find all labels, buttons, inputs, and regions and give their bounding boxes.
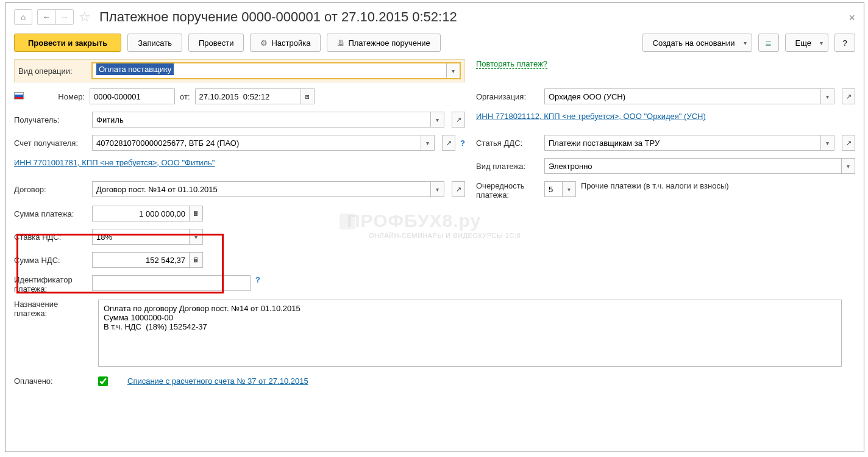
chevron-down-icon[interactable]: ▾	[431, 112, 444, 128]
top-bar: ⌂ ← → ☆ Платежное поручение 0000-000001 …	[14, 9, 855, 25]
back-button[interactable]: ←	[37, 9, 55, 25]
open-icon[interactable]: ↗	[842, 88, 855, 104]
bank-details-link[interactable]: ИНН 7701001781, КПП <не требуется>, ООО …	[14, 158, 215, 167]
operation-type-label: Вид операции:	[18, 67, 87, 76]
recipient-field[interactable]	[92, 112, 431, 128]
vat-sum-field[interactable]	[92, 252, 190, 268]
organization-label: Организация:	[476, 92, 539, 101]
more-button[interactable]: Еще	[785, 34, 828, 52]
open-icon[interactable]: ↗	[452, 112, 465, 128]
payment-id-field[interactable]	[92, 275, 251, 291]
favorite-star-icon[interactable]: ☆	[79, 9, 91, 25]
print-button[interactable]: Платежное поручение	[327, 34, 440, 52]
recipient-details-link[interactable]: ИНН 7718021112, КПП <не требуется>, ООО …	[476, 112, 706, 121]
report-button[interactable]	[758, 34, 779, 52]
priority-field[interactable]	[544, 181, 563, 197]
calculator-icon[interactable]: 🖩	[190, 206, 203, 221]
help-button[interactable]: ?	[834, 34, 855, 52]
chevron-down-icon[interactable]: ▾	[842, 158, 855, 174]
payment-id-label: Идентификатор платежа:	[14, 275, 87, 293]
calculator-icon[interactable]: 🖩	[190, 252, 203, 268]
open-icon[interactable]: ↗	[452, 181, 465, 197]
settings-button[interactable]: Настройка	[250, 34, 321, 52]
number-label: Номер:	[31, 92, 85, 101]
command-toolbar: Провести и закрыть Записать Провести Нас…	[14, 34, 855, 52]
print-icon	[337, 38, 344, 48]
chevron-down-icon[interactable]: ▾	[446, 63, 460, 78]
purpose-label: Назначение платежа:	[14, 300, 87, 318]
chevron-down-icon[interactable]: ▾	[421, 135, 435, 151]
contract-field[interactable]	[92, 181, 431, 197]
settings-label: Настройка	[271, 38, 310, 48]
organization-field[interactable]	[544, 88, 821, 104]
dds-label: Статья ДДС:	[476, 139, 539, 148]
purpose-field[interactable]	[98, 300, 842, 367]
flag-icon	[14, 92, 24, 99]
open-icon[interactable]: ↗	[842, 135, 855, 151]
chevron-down-icon[interactable]: ▾	[821, 135, 834, 151]
dds-field[interactable]	[544, 135, 821, 151]
paid-label: Оплачено:	[14, 376, 87, 386]
post-and-close-button[interactable]: Провести и закрыть	[14, 34, 121, 52]
vat-rate-label: Ставка НДС:	[14, 232, 87, 242]
repeat-payment-link[interactable]: Повторять платеж?	[476, 59, 547, 69]
doc-icon	[765, 38, 772, 48]
chevron-down-icon[interactable]: ▾	[821, 88, 834, 104]
date-from-label: от:	[180, 92, 190, 101]
home-button[interactable]: ⌂	[14, 9, 32, 25]
operation-type-value: Оплата поставщику	[96, 63, 174, 75]
chevron-down-icon[interactable]: ▾	[563, 181, 576, 197]
help-icon[interactable]: ?	[255, 275, 260, 284]
contract-label: Договор:	[14, 185, 87, 194]
amount-field[interactable]	[92, 206, 190, 221]
open-icon[interactable]: ↗	[442, 135, 455, 151]
page-title: Платежное поручение 0000-000001 от 27.10…	[99, 9, 457, 25]
account-field[interactable]	[92, 135, 421, 151]
vat-rate-field[interactable]	[92, 229, 190, 245]
number-field[interactable]	[90, 88, 175, 104]
forward-button[interactable]: →	[55, 9, 74, 25]
print-label: Платежное поручение	[348, 38, 430, 48]
amount-label: Сумма платежа:	[14, 209, 87, 218]
writeoff-link[interactable]: Списание с расчетного счета № 37 от 27.1…	[127, 376, 308, 386]
create-based-button[interactable]: Создать на основании	[642, 34, 752, 52]
priority-label: Очередность платежа:	[476, 181, 539, 200]
paid-checkbox[interactable]	[98, 376, 108, 386]
post-button[interactable]: Провести	[188, 34, 244, 52]
priority-note: Прочие платежи (в т.ч. налоги и взносы)	[581, 181, 729, 190]
chevron-down-icon[interactable]: ▾	[431, 181, 444, 197]
account-label: Счет получателя:	[14, 139, 87, 148]
vat-sum-label: Сумма НДС:	[14, 256, 87, 265]
close-icon[interactable]: ×	[848, 12, 855, 24]
gear-icon	[260, 38, 268, 48]
payment-type-label: Вид платежа:	[476, 162, 539, 171]
help-icon[interactable]: ?	[460, 139, 465, 148]
date-field[interactable]	[195, 88, 301, 104]
chevron-down-icon[interactable]: ▾	[190, 229, 203, 245]
calendar-icon[interactable]: 🗉	[301, 88, 315, 104]
operation-type-field[interactable]: Оплата поставщику ▾	[91, 62, 461, 79]
save-button[interactable]: Записать	[127, 34, 182, 52]
recipient-label: Получатель:	[14, 115, 87, 124]
payment-type-field[interactable]	[544, 158, 842, 174]
